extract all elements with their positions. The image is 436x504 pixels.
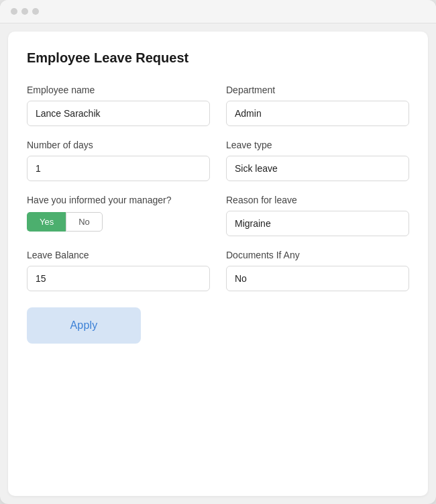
documents-if-any-input[interactable] [226,266,409,291]
traffic-light-1 [11,8,17,15]
department-group: Department [226,85,409,126]
reason-for-leave-group: Reason for leave [226,195,409,236]
leave-type-group: Leave type [226,140,409,181]
number-of-days-input[interactable] [27,156,210,181]
manager-toggle-group: Yes No [27,212,103,232]
number-of-days-group: Number of days [27,140,210,181]
leave-balance-input[interactable] [27,266,210,291]
leave-balance-group: Leave Balance [27,250,210,291]
manager-informed-group: Have you informed your manager? Yes No [27,195,210,236]
form-grid: Employee name Department Number of days … [27,85,409,291]
form-container: Employee Leave Request Employee name Dep… [8,32,428,496]
manager-yes-button[interactable]: Yes [27,212,66,232]
manager-no-button[interactable]: No [66,212,103,232]
page-title: Employee Leave Request [27,50,409,66]
employee-name-label: Employee name [27,85,210,95]
documents-if-any-group: Documents If Any [226,250,409,291]
reason-for-leave-input[interactable] [226,211,409,236]
number-of-days-label: Number of days [27,140,210,150]
apply-button[interactable]: Apply [27,307,141,344]
department-input[interactable] [226,101,409,126]
leave-balance-label: Leave Balance [27,250,210,260]
traffic-light-2 [21,8,28,15]
employee-name-group: Employee name [27,85,210,126]
employee-name-input[interactable] [27,101,210,126]
documents-if-any-label: Documents If Any [226,250,409,260]
app-window: Employee Leave Request Employee name Dep… [0,0,436,504]
department-label: Department [226,85,409,95]
traffic-light-3 [32,8,39,15]
leave-type-input[interactable] [226,156,409,181]
leave-type-label: Leave type [226,140,409,150]
reason-for-leave-label: Reason for leave [226,195,409,205]
manager-informed-label: Have you informed your manager? [27,195,210,205]
title-bar [0,0,436,23]
